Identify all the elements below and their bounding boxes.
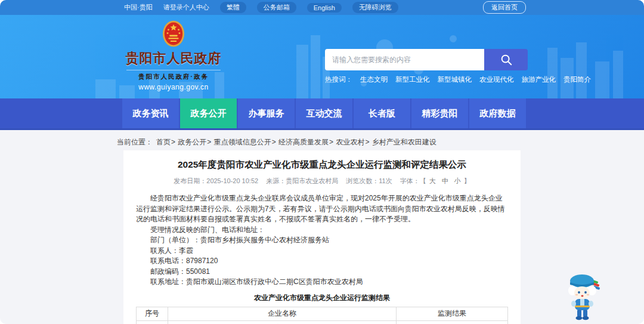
topbar-link[interactable]: 无障碍浏览 bbox=[352, 2, 398, 13]
search-button[interactable] bbox=[484, 49, 528, 70]
article-body: 经贵阳市农业产业化市级重点龙头企业联席会议成员单位审定，现对2025年开展的农业… bbox=[136, 193, 508, 288]
article-source: 来源：贵阳市农业农村局 bbox=[266, 177, 338, 184]
result-table-title: 农业产业化市级重点龙头企业运行监测结果 bbox=[136, 293, 508, 303]
breadcrumb-item[interactable]: 首页 bbox=[156, 138, 176, 146]
breadcrumb-label: 当前位置： bbox=[117, 137, 153, 147]
monitoring-result-table: 序号 企业名称 监测结果 1 贵州合力超市采购有限公司 合格 bbox=[136, 307, 508, 324]
hot-word-link[interactable]: 生态文明 bbox=[360, 75, 388, 84]
font-size-options: 大中小 bbox=[426, 177, 464, 184]
font-size-option[interactable]: 小 bbox=[454, 177, 461, 184]
article-card: 2025年度贵阳市农业产业化市级重点龙头企业运行监测和评定结果公示 发布日期：2… bbox=[123, 150, 521, 324]
mascot-icon[interactable] bbox=[565, 272, 602, 323]
cell-company: 贵州合力超市采购有限公司 bbox=[168, 320, 396, 324]
breadcrumb-item[interactable]: 政务公开 bbox=[178, 138, 212, 146]
hot-word-list: 生态文明 新型工业化 新型城镇化 农业现代化 旅游产业化 贵阳简介 bbox=[360, 75, 591, 84]
nav-tab[interactable]: 长者版 bbox=[354, 98, 410, 128]
topbar-links: 中国·贵阳 请登录个人中心 繁體 公务邮箱 English 无障碍浏览 bbox=[124, 2, 398, 13]
nav-tab[interactable]: 办事服务 bbox=[238, 98, 295, 128]
article-paragraph: 邮政编码：550081 bbox=[136, 267, 508, 277]
topbar-link[interactable]: 繁體 bbox=[220, 2, 246, 13]
breadcrumb-item[interactable]: 农业农村 bbox=[336, 138, 370, 146]
cell-index: 1 bbox=[137, 320, 168, 324]
site-url: www.guiyang.gov.cn bbox=[125, 83, 222, 91]
hot-search-words: 热搜词： 生态文明 新型工业化 新型城镇化 农业现代化 旅游产业化 贵阳简介 bbox=[325, 75, 528, 84]
article-paragraph: 部门（单位）：贵阳市乡村振兴服务中心农村经济服务站 bbox=[136, 235, 508, 246]
nav-tab[interactable]: 政府数据 bbox=[469, 98, 526, 128]
article-paragraph: 联系人：李霞 bbox=[136, 246, 508, 257]
national-emblem-icon bbox=[162, 20, 185, 48]
topbar-link[interactable]: 中国·贵阳 bbox=[124, 3, 153, 12]
topbar-link[interactable]: English bbox=[307, 3, 342, 13]
topbar-link[interactable]: 请登录个人中心 bbox=[163, 3, 209, 12]
cell-result: 合格 bbox=[397, 320, 508, 324]
top-utility-bar: 中国·贵阳 请登录个人中心 繁體 公务邮箱 English 无障碍浏览 返回首页 bbox=[0, 0, 644, 15]
breadcrumb-item[interactable]: 经济高质量发展 bbox=[278, 138, 334, 146]
article-paragraph: 联系地址：贵阳市观山湖区市级行政中心二期C区贵阳市农业农村局 bbox=[136, 277, 508, 288]
col-header-company: 企业名称 bbox=[168, 307, 396, 320]
site-title: 贵阳市人民政府 bbox=[125, 50, 222, 67]
hot-word-link[interactable]: 农业现代化 bbox=[479, 75, 514, 84]
nav-tab[interactable]: 政务公开 bbox=[180, 98, 237, 128]
font-size-control: 字体：【 bbox=[400, 177, 426, 184]
topbar-link[interactable]: 公务邮箱 bbox=[257, 2, 296, 13]
publish-date: 发布日期：2025-10-20 10:52 bbox=[174, 177, 258, 184]
return-home-button[interactable]: 返回首页 bbox=[483, 1, 526, 14]
search-icon bbox=[500, 53, 513, 66]
hot-words-label: 热搜词： bbox=[325, 75, 352, 84]
nav-tab[interactable]: 政务资讯 bbox=[122, 98, 179, 128]
font-size-option[interactable]: 大 bbox=[429, 177, 436, 184]
main-navigation: 政务资讯 政务公开 办事服务 互动交流 长者版 精彩贵阳 政府数据 bbox=[0, 98, 644, 130]
article-title: 2025年度贵阳市农业产业化市级重点龙头企业运行监测和评定结果公示 bbox=[136, 158, 508, 171]
hot-word-link[interactable]: 旅游产业化 bbox=[522, 75, 556, 84]
hot-word-link[interactable]: 新型工业化 bbox=[395, 75, 430, 84]
nav-tab[interactable]: 精彩贵阳 bbox=[411, 98, 468, 128]
search-area: 热搜词： 生态文明 新型工业化 新型城镇化 农业现代化 旅游产业化 贵阳简介 bbox=[325, 49, 528, 84]
font-size-option[interactable]: 中 bbox=[442, 177, 448, 184]
table-header-row: 序号 企业名称 监测结果 bbox=[137, 307, 508, 320]
site-subtitle: 贵阳市人民政府·政务 bbox=[125, 73, 222, 81]
logo-divider bbox=[126, 70, 221, 70]
font-size-control-end: 】 bbox=[464, 177, 470, 184]
article-paragraph: 受理情况反映的部门、电话和地址： bbox=[136, 225, 508, 236]
page-content: 当前位置： 首页 政务公开 重点领域信息公开 经济高质量发展 农业农村 乡村产业… bbox=[0, 130, 644, 324]
nav-tab[interactable]: 互动交流 bbox=[296, 98, 352, 128]
site-logo-block[interactable]: 贵阳市人民政府 贵阳市人民政府·政务 www.guiyang.gov.cn bbox=[125, 20, 222, 91]
col-header-index: 序号 bbox=[137, 307, 168, 320]
col-header-result: 监测结果 bbox=[397, 307, 508, 320]
breadcrumb-item[interactable]: 乡村产业和农田建设 bbox=[372, 138, 436, 146]
guiyang-gov-page: 中国·贵阳 请登录个人中心 繁體 公务邮箱 English 无障碍浏览 返回首页 bbox=[0, 0, 644, 324]
site-banner: 贵阳市人民政府 贵阳市人民政府·政务 www.guiyang.gov.cn 热搜… bbox=[0, 15, 644, 98]
article-paragraph: 联系电话：87987120 bbox=[136, 256, 508, 267]
article-meta: 发布日期：2025-10-20 10:52 来源：贵阳市农业农村局 浏览次数：1… bbox=[136, 177, 508, 186]
hot-word-link[interactable]: 新型城镇化 bbox=[438, 75, 472, 84]
breadcrumb-path: 首页 政务公开 重点领域信息公开 经济高质量发展 农业农村 乡村产业和农田建设 bbox=[156, 137, 436, 147]
breadcrumb-item[interactable]: 重点领域信息公开 bbox=[214, 138, 277, 146]
view-count: 浏览次数：11次 bbox=[346, 177, 392, 184]
nav-tab-list: 政务资讯 政务公开 办事服务 互动交流 长者版 精彩贵阳 政府数据 bbox=[0, 98, 644, 128]
hot-word-link[interactable]: 贵阳简介 bbox=[564, 75, 591, 84]
city-skyline-decoration bbox=[0, 15, 644, 98]
table-row: 1 贵州合力超市采购有限公司 合格 bbox=[137, 320, 508, 324]
article-paragraph: 经贵阳市农业产业化市级重点龙头企业联席会议成员单位审定，现对2025年开展的农业… bbox=[136, 193, 508, 225]
table-body: 1 贵州合力超市采购有限公司 合格 2 贵州友禾种业有限公司 合格 3 bbox=[137, 320, 508, 324]
search-input[interactable] bbox=[325, 49, 484, 70]
search-bar bbox=[325, 49, 528, 70]
breadcrumb: 当前位置： 首页 政务公开 重点领域信息公开 经济高质量发展 农业农村 乡村产业… bbox=[0, 135, 644, 149]
